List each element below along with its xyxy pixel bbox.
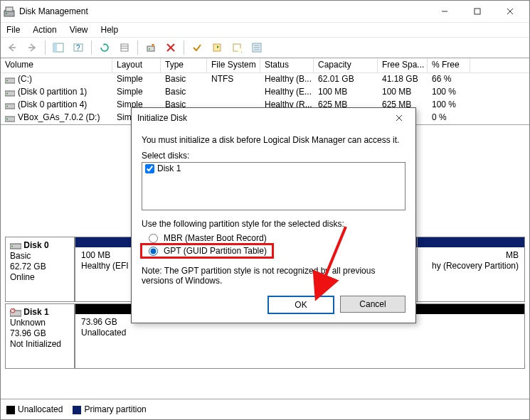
disk-checkbox[interactable] (145, 164, 154, 173)
title-bar: Disk Management (1, 1, 529, 23)
window-title: Disk Management (19, 6, 428, 16)
partition-style-label: Use the following partition style for th… (142, 219, 406, 229)
show-hide-icon[interactable] (50, 39, 67, 56)
disk-name: Disk 0 (23, 240, 48, 250)
properties-icon[interactable] (228, 39, 245, 56)
separator (91, 41, 92, 55)
legend-unallocated: Unallocated (18, 404, 63, 414)
maximize-button[interactable] (461, 1, 494, 22)
col-volume[interactable]: Volume (1, 58, 112, 72)
radio-gpt[interactable] (149, 247, 158, 256)
disk-size: 62.72 GB (10, 262, 46, 271)
check-icon[interactable] (189, 39, 206, 56)
col-filesystem[interactable]: File System (207, 58, 260, 72)
partition-stripe (75, 237, 133, 247)
svg-rect-1 (6, 7, 13, 11)
radio-mbr-row[interactable]: MBR (Master Boot Record) (142, 232, 406, 244)
radio-mbr-label: MBR (Master Boot Record) (164, 233, 267, 243)
menu-help[interactable]: Help (100, 23, 120, 36)
forward-icon[interactable] (23, 39, 41, 56)
col-capacity[interactable]: Capacity (314, 58, 378, 72)
col-free[interactable]: Free Spa... (378, 58, 428, 72)
partition[interactable]: 100 MB Healthy (EFI (75, 237, 134, 301)
partition[interactable]: MB hy (Recovery Partition) (418, 237, 524, 301)
disk-name: Disk 1 (23, 307, 48, 317)
refresh-icon[interactable] (96, 39, 113, 56)
disk-icon (10, 240, 21, 250)
volume-row[interactable]: (C:)SimpleBasicNTFSHealthy (B...62.01 GB… (1, 73, 529, 86)
radio-gpt-label: GPT (GUID Partition Table) (164, 246, 267, 256)
action-icon[interactable] (208, 39, 226, 56)
toolbar: ? (1, 38, 529, 58)
disk-management-window: Disk Management File Action View Help ? … (0, 0, 530, 420)
dialog-titlebar: Initialize Disk (132, 108, 415, 128)
separator (137, 41, 138, 55)
partition-stripe (418, 237, 524, 247)
menu-bar: File Action View Help (1, 23, 529, 38)
select-disks-label: Select disks: (142, 151, 406, 161)
volume-icon (5, 75, 15, 84)
settings-icon[interactable] (116, 39, 133, 56)
volume-row[interactable]: (Disk 0 partition 1)SimpleBasicHealthy (… (1, 86, 529, 99)
volume-icon (5, 114, 15, 122)
svg-point-2 (6, 13, 7, 14)
part-label: hy (Recovery Partition) (432, 261, 519, 271)
menu-file[interactable]: File (5, 23, 21, 36)
disk-select-list[interactable]: Disk 1 (142, 162, 406, 210)
col-layout[interactable]: Layout (112, 58, 161, 72)
separator (184, 41, 184, 55)
disk-unknown-icon: ? (10, 307, 21, 317)
part-size: 73.96 GB (81, 317, 117, 327)
disk-type: Basic (10, 251, 31, 261)
svg-point-29 (6, 80, 8, 81)
disk-state: Not Initialized (10, 339, 61, 349)
radio-mbr[interactable] (149, 234, 158, 243)
legend-primary: Primary partition (84, 404, 146, 414)
close-button[interactable] (494, 1, 526, 22)
disk-select-item[interactable]: Disk 1 (142, 163, 405, 174)
disk-info[interactable]: ? Disk 1 Unknown 73.96 GB Not Initialize… (5, 303, 75, 369)
svg-text:?: ? (76, 44, 80, 52)
disk-state: Online (10, 272, 35, 282)
svg-line-23 (241, 52, 242, 53)
svg-point-31 (6, 92, 8, 94)
svg-rect-13 (121, 44, 128, 51)
svg-point-35 (6, 118, 8, 119)
legend-key-primary (73, 406, 81, 414)
part-size: MB (506, 250, 519, 260)
col-pct[interactable]: % Free (428, 58, 470, 72)
initialize-disk-dialog: Initialize Disk You must initialize a di… (131, 107, 416, 323)
separator (45, 41, 46, 55)
dialog-close-button[interactable] (388, 109, 410, 126)
part-size: 100 MB (81, 250, 110, 260)
list-icon[interactable] (248, 39, 265, 56)
create-vhd-icon[interactable] (142, 39, 159, 56)
menu-action[interactable]: Action (31, 23, 58, 36)
menu-view[interactable]: View (68, 23, 90, 36)
help-icon[interactable]: ? (70, 39, 87, 56)
part-label: Healthy (EFI (81, 261, 129, 271)
disk-info[interactable]: Disk 0 Basic 62.72 GB Online (5, 237, 75, 302)
volume-icon (5, 88, 15, 97)
disk-type: Unknown (10, 318, 46, 328)
minimize-button[interactable] (428, 1, 461, 22)
col-status[interactable]: Status (260, 58, 314, 72)
volume-icon (5, 101, 15, 109)
column-headers: Volume Layout Type File System Status Ca… (1, 58, 529, 73)
back-icon[interactable] (4, 39, 21, 56)
col-more[interactable] (470, 58, 529, 72)
svg-point-37 (11, 245, 13, 247)
cancel-button[interactable]: Cancel (340, 296, 406, 313)
col-type[interactable]: Type (161, 58, 207, 72)
part-label: Unallocated (81, 328, 126, 338)
radio-gpt-row[interactable]: GPT (GUID Partition Table) (142, 244, 272, 257)
app-icon (4, 6, 15, 17)
legend-key-unallocated (6, 406, 15, 414)
svg-point-17 (149, 48, 150, 50)
dialog-note: Note: The GPT partition style is not rec… (142, 266, 406, 286)
delete-icon[interactable] (162, 39, 179, 56)
disk-size: 73.96 GB (10, 328, 46, 338)
ok-button[interactable]: OK (267, 296, 334, 314)
svg-point-33 (6, 105, 8, 107)
dialog-intro: You must initialize a disk before Logica… (142, 135, 406, 145)
